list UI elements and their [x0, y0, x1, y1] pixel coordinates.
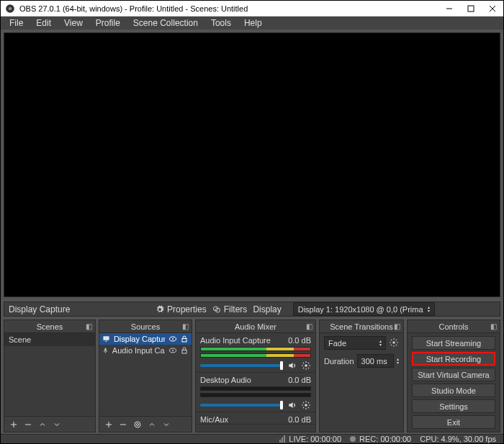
display-value: Display 1: 1920x1080 @ 0,0 (Prima [298, 305, 423, 314]
vu-meter [200, 353, 311, 358]
dock-audio-mixer: Audio Mixer◧ Audio Input Capture0.0 dB [195, 320, 316, 432]
duration-label: Duration [324, 357, 354, 366]
popout-icon[interactable]: ◧ [182, 322, 189, 330]
svg-point-19 [172, 350, 174, 351]
spinner-icon: ▴▾ [379, 340, 382, 347]
visibility-icon[interactable] [168, 335, 177, 343]
signal-icon [279, 435, 285, 443]
studio-mode-button[interactable]: Studio Mode [412, 384, 495, 397]
popout-icon[interactable]: ◧ [394, 322, 400, 330]
source-properties-button[interactable] [132, 420, 143, 430]
svg-point-1 [9, 6, 12, 10]
menu-tools[interactable]: Tools [205, 17, 237, 30]
duration-spinner[interactable]: 300 ms [357, 354, 394, 368]
maximize-button[interactable] [460, 1, 482, 17]
filters-button[interactable]: Filters [212, 304, 248, 314]
speaker-icon[interactable] [287, 400, 297, 410]
status-live: LIVE: 00:00:00 [289, 435, 341, 443]
transition-type-select[interactable]: Fade ▴▾ [324, 336, 386, 350]
menu-help[interactable]: Help [238, 17, 268, 30]
menu-view[interactable]: View [58, 17, 89, 30]
mixer-channel: Audio Input Capture0.0 dB [196, 333, 315, 373]
remove-source-button[interactable] [118, 420, 128, 430]
close-button[interactable] [482, 1, 503, 17]
gear-icon[interactable] [301, 400, 311, 410]
channel-name: Desktop Audio [200, 376, 251, 384]
channel-level: 0.0 dB [288, 415, 311, 424]
dock-mixer-title: Audio Mixer [235, 322, 276, 331]
app-icon [5, 4, 15, 14]
volume-slider[interactable] [200, 404, 283, 407]
spinner-icon[interactable]: ▴▾ [397, 358, 399, 365]
duration-value: 300 ms [361, 357, 387, 366]
popout-icon[interactable]: ◧ [490, 322, 497, 330]
svg-point-26 [305, 364, 307, 367]
scene-down-button[interactable] [52, 420, 62, 430]
source-up-button[interactable] [147, 420, 157, 430]
dock-sources-title: Sources [131, 322, 160, 331]
mixer-channel: Desktop Audio0.0 dB [196, 373, 315, 412]
titlebar: OBS 27.0.1 (64-bit, windows) - Profile: … [1, 1, 503, 17]
svg-point-14 [172, 338, 174, 340]
start-streaming-button[interactable]: Start Streaming [412, 336, 495, 350]
preview-canvas[interactable] [4, 32, 500, 297]
mic-icon [102, 346, 109, 355]
selected-source-name: Display Capture [4, 304, 156, 314]
channel-level: 0.0 dB [288, 376, 311, 384]
settings-button[interactable]: Settings [412, 399, 495, 413]
dock-controls: Controls◧ Start Streaming Start Recordin… [407, 320, 500, 432]
dock-transitions-title: Scene Transitions [330, 322, 392, 331]
dock-scenes-title: Scenes [37, 322, 63, 331]
add-source-button[interactable] [104, 420, 114, 430]
svg-rect-20 [182, 350, 186, 354]
scene-up-button[interactable] [37, 420, 48, 430]
dock-scenes: Scenes◧ Scene [4, 320, 96, 432]
add-scene-button[interactable] [9, 420, 19, 430]
menu-scene-collection[interactable]: Scene Collection [127, 17, 204, 30]
menu-file[interactable]: File [4, 17, 29, 30]
rec-dot-icon [350, 436, 356, 442]
properties-button[interactable]: Properties [156, 304, 207, 314]
status-rec: REC: 00:00:00 [359, 435, 411, 443]
source-label: Display Capture [114, 335, 165, 343]
display-select[interactable]: Display 1: 1920x1080 @ 0,0 (Prima ▴▾ [293, 302, 435, 316]
gear-icon [156, 305, 164, 314]
lock-icon[interactable] [180, 335, 189, 343]
preview-wrap [1, 30, 503, 300]
statusbar: LIVE: 00:00:00 REC: 00:00:00 CPU: 4.9%, … [1, 434, 503, 443]
spinner-icon: ▴▾ [428, 306, 430, 313]
popout-icon[interactable]: ◧ [86, 322, 92, 330]
svg-point-25 [135, 422, 140, 427]
source-label: Audio Input Captu… [112, 346, 165, 355]
status-cpu: CPU: 4.9%, 30.00 fps [420, 435, 496, 443]
menu-profile[interactable]: Profile [90, 17, 126, 30]
vu-meter [200, 347, 311, 351]
gear-icon[interactable] [301, 361, 311, 371]
scene-item[interactable]: Scene [4, 333, 95, 346]
source-item-audio-input[interactable]: Audio Input Captu… [99, 345, 192, 356]
transition-properties-button[interactable] [389, 337, 399, 349]
start-virtual-camera-button[interactable]: Start Virtual Camera [412, 368, 495, 381]
minimize-button[interactable] [438, 1, 460, 17]
start-recording-button[interactable]: Start Recording [412, 352, 495, 366]
source-down-button[interactable] [161, 420, 171, 430]
speaker-icon[interactable] [287, 361, 297, 371]
lock-icon[interactable] [180, 346, 189, 355]
exit-button[interactable]: Exit [412, 415, 495, 429]
dock-controls-title: Controls [439, 322, 469, 331]
channel-name: Mic/Aux [200, 415, 228, 424]
filters-icon [212, 305, 221, 314]
popout-icon[interactable]: ◧ [306, 322, 312, 330]
svg-point-24 [137, 423, 139, 425]
svg-point-27 [305, 404, 307, 407]
mixer-channel: Mic/Aux0.0 dB [196, 412, 315, 425]
filters-label: Filters [224, 304, 248, 314]
svg-rect-15 [182, 339, 186, 343]
visibility-icon[interactable] [168, 346, 177, 355]
vu-meter [200, 386, 311, 391]
monitor-icon [102, 335, 110, 343]
source-item-display-capture[interactable]: Display Capture [99, 333, 192, 345]
volume-slider[interactable] [200, 364, 283, 367]
menu-edit[interactable]: Edit [30, 17, 57, 30]
remove-scene-button[interactable] [23, 420, 33, 430]
